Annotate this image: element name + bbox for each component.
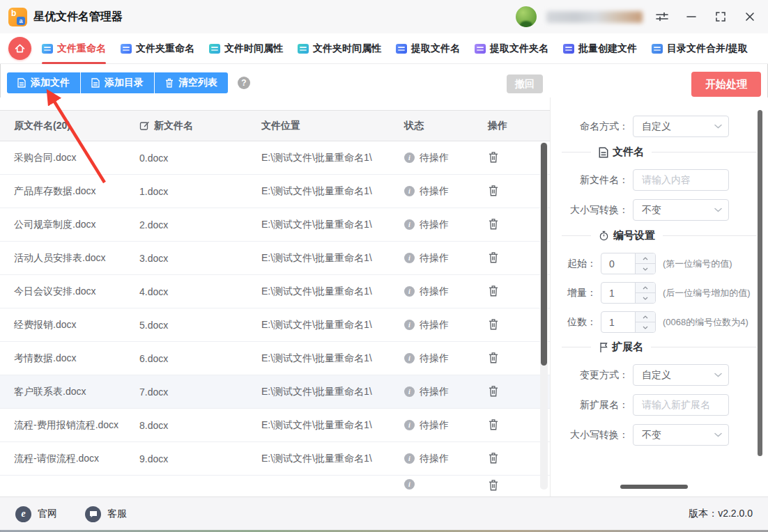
header-file-location[interactable]: 文件位置 [261, 120, 404, 132]
title-bar: b a 星优文件名管理器 [0, 0, 768, 33]
table-row[interactable]: 活动人员安排表.docx3.docxE:\测试文件\批量重命名1\i待操作 [0, 242, 550, 275]
status-text: 待操作 [420, 185, 449, 198]
ext-change-mode-label: 变更方式： [551, 369, 629, 382]
close-button[interactable] [740, 7, 760, 26]
naming-mode-select[interactable]: 自定义 [633, 116, 729, 137]
table-row[interactable]: i [0, 476, 550, 496]
table-row[interactable]: 公司规章制度.docx2.docxE:\测试文件\批量重命名1\i待操作 [0, 208, 550, 242]
add-files-button[interactable]: 添加文件 [7, 72, 81, 93]
tab-8[interactable]: 目录文件合并/提取 [652, 33, 748, 64]
new-extension-input[interactable]: 请输入新扩展名 [633, 394, 729, 416]
delete-icon[interactable] [488, 218, 499, 230]
delete-icon[interactable] [488, 352, 499, 363]
clear-list-button[interactable]: 清空列表 [155, 72, 228, 93]
add-files-label: 添加文件 [31, 77, 70, 89]
ext-case-convert-select[interactable]: 不变 [633, 424, 729, 446]
maximize-button[interactable] [711, 7, 730, 26]
table-scrollbar-thumb[interactable] [541, 143, 547, 366]
tab-5[interactable]: 提取文件名 [396, 33, 460, 64]
start-number-input[interactable]: 0 [601, 253, 656, 274]
info-icon: i [404, 353, 415, 363]
table-body: 采购合同.docx0.docxE:\测试文件\批量重命名1\i待操作产品库存数据… [0, 141, 550, 496]
batch-create-icon [563, 44, 574, 54]
tab-4[interactable]: 文件夹时间属性 [298, 33, 381, 64]
file-icon [599, 147, 608, 158]
delete-icon[interactable] [488, 285, 499, 297]
app-logo-icon: b a [8, 8, 27, 26]
tab-7[interactable]: 批量创建文件 [563, 33, 637, 64]
ext-change-mode-select[interactable]: 自定义 [633, 364, 729, 386]
minimize-button[interactable] [682, 7, 701, 26]
table-row[interactable]: 考情数据.docx6.docxE:\测试文件\批量重命名1\i待操作 [0, 342, 550, 375]
status-cell: i待操作 [404, 252, 488, 265]
digits-input[interactable]: 1 [601, 311, 656, 333]
status-text: 待操作 [420, 285, 449, 298]
new-filename [139, 476, 261, 479]
new-filename: 4.docx [139, 286, 261, 297]
tab-2[interactable]: 文件夹重命名 [121, 33, 194, 64]
delete-icon[interactable] [488, 151, 499, 163]
file-location: E:\测试文件\批量重命名1\ [261, 352, 404, 365]
delete-icon[interactable] [488, 251, 499, 263]
delete-icon[interactable] [488, 185, 499, 196]
table-row[interactable]: 今日会议安排.docx4.docxE:\测试文件\批量重命名1\i待操作 [0, 275, 550, 308]
new-filename-input[interactable]: 请输入内容 [633, 169, 729, 191]
table-row[interactable]: 流程-请假流程.docx9.docxE:\测试文件\批量重命名1\i待操作 [0, 442, 550, 476]
logo-letter-b: b [11, 8, 16, 18]
user-avatar[interactable] [516, 6, 537, 27]
info-icon: i [404, 386, 415, 397]
tab-1[interactable]: 文件重命名 [42, 33, 106, 64]
delete-icon[interactable] [488, 452, 499, 464]
tab-6[interactable]: 提取文件夹名 [475, 33, 548, 64]
header-original-filename[interactable]: 原文件名(20) [14, 120, 139, 132]
delete-icon[interactable] [488, 385, 499, 397]
original-filename: 公司规章制度.docx [14, 219, 139, 231]
tab-3[interactable]: 文件时间属性 [209, 33, 283, 64]
add-directory-button[interactable]: 添加目录 [81, 72, 155, 93]
home-button[interactable] [8, 37, 31, 60]
panel-scrollbar-thumb[interactable] [758, 110, 762, 456]
spinner-down-button[interactable] [636, 264, 655, 274]
flag-icon [599, 342, 608, 353]
status-text: 待操作 [420, 219, 449, 231]
table-row[interactable]: 客户联系表.docx7.docxE:\测试文件\批量重命名1\i待操作 [0, 375, 550, 409]
undo-button[interactable]: 撤回 [507, 75, 543, 93]
info-icon: i [404, 152, 415, 163]
action-cell [488, 476, 537, 493]
help-icon[interactable]: ? [238, 77, 250, 89]
header-status[interactable]: 状态 [404, 120, 488, 132]
panel-hscrollbar-thumb[interactable] [620, 485, 688, 489]
spinner-down-button[interactable] [636, 322, 655, 332]
table-row[interactable]: 采购合同.docx0.docxE:\测试文件\批量重命名1\i待操作 [0, 141, 550, 175]
original-filename: 采购合同.docx [14, 152, 139, 164]
spinner-up-button[interactable] [636, 283, 655, 293]
settings-sliders-icon[interactable] [652, 7, 672, 26]
case-convert-select[interactable]: 不变 [633, 199, 729, 221]
clear-list-label: 清空列表 [178, 77, 217, 89]
spinner-up-button[interactable] [636, 312, 655, 322]
table-scrollbar-track[interactable] [540, 143, 548, 490]
table-row[interactable]: 流程-费用报销流程.docx8.docxE:\测试文件\批量重命名1\i待操作 [0, 409, 550, 442]
info-icon: i [404, 420, 415, 430]
chevron-down-icon [714, 432, 722, 437]
header-action: 操作 [488, 120, 537, 132]
start-process-button[interactable]: 开始处理 [691, 72, 761, 97]
delete-icon[interactable] [488, 479, 499, 491]
case-convert-label: 大小写转换： [551, 204, 629, 217]
spinner-down-button[interactable] [636, 293, 655, 303]
new-filename: 2.docx [139, 219, 261, 230]
user-name-blurred[interactable] [546, 11, 643, 23]
delete-icon[interactable] [488, 418, 499, 430]
spinner-up-button[interactable] [636, 253, 655, 264]
table-row[interactable]: 产品库存数据.docx1.docxE:\测试文件\批量重命名1\i待操作 [0, 175, 550, 208]
original-filename: 流程-请假流程.docx [14, 453, 139, 465]
website-link[interactable]: e 官网 [15, 506, 57, 522]
original-filename: 考情数据.docx [14, 352, 139, 365]
new-filename: 6.docx [139, 353, 261, 364]
support-link[interactable]: 客服 [85, 506, 127, 522]
table-row[interactable]: 经费报销.docx5.docxE:\测试文件\批量重命名1\i待操作 [0, 308, 550, 342]
increment-input[interactable]: 1 [601, 282, 656, 304]
delete-icon[interactable] [488, 318, 499, 330]
header-new-filename[interactable]: 新文件名 [139, 120, 261, 132]
info-icon: i [404, 479, 415, 490]
